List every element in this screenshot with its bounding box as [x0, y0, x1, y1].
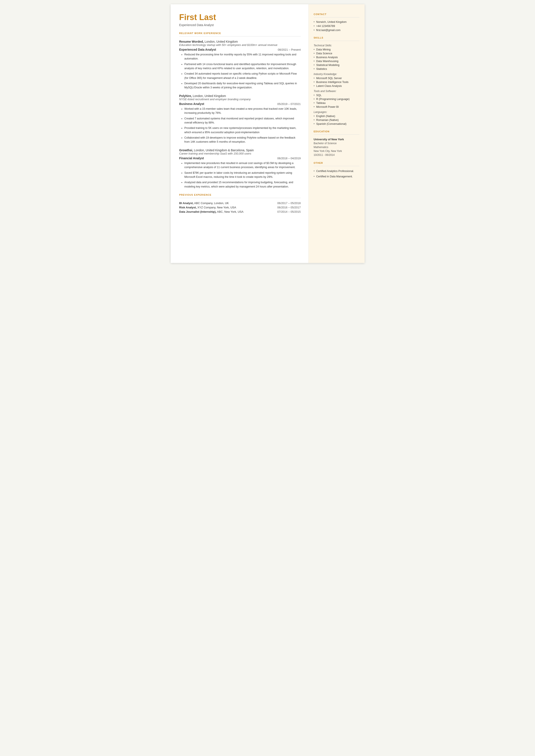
contact-divider — [314, 17, 359, 17]
job-dates-1: 08/2021 – Present — [278, 48, 300, 51]
prev-exp-bold-1: BI Analyst, — [179, 202, 194, 205]
bullet-1-1: Reduced the processing time for monthly … — [182, 53, 301, 61]
contact-section-title: CONTACT — [314, 13, 359, 15]
job-row-2: Business Analyst 05/2019 – 07/2021 — [179, 102, 301, 106]
skill-1-2: Data Science — [314, 52, 359, 55]
prev-exp-rest-2: XYZ Company, New York, USA — [197, 206, 236, 209]
prev-exp-info-1: BI Analyst, ABC Company, London, UK — [179, 202, 229, 205]
skill-3-2: R (Programming Language) — [314, 98, 359, 101]
company-rest-1: London, United Kingdom — [204, 40, 238, 43]
bullet-list-1: Reduced the processing time for monthly … — [179, 53, 301, 90]
skill-4-2: Romanian (Native) — [314, 119, 359, 122]
edu-dates-1: 10/2011 - 06/2014 — [314, 153, 359, 157]
job-dates-3: 06/2018 – 04/2019 — [277, 157, 300, 160]
skill-2-3: Latent Class Analysis — [314, 84, 359, 88]
bullet-1-2: Partnered with 14 cross-functional teams… — [182, 62, 301, 71]
company-tagline-3: Career training and membership SaaS with… — [179, 152, 301, 155]
job-title-1: Experienced Data Analyst — [179, 48, 216, 51]
prev-exp-bold-3: Data Journalist (Internship), — [179, 210, 216, 213]
contact-item-3: first.last@gmail.com — [314, 29, 359, 32]
company-rest-2: London, United Kingdom — [192, 94, 226, 98]
edu-field-1: Mathematics — [314, 145, 359, 149]
skill-2-1: Microsoft SQL Server — [314, 77, 359, 80]
job-row-1: Experienced Data Analyst 08/2021 – Prese… — [179, 48, 301, 51]
job-block-1: Resume Worded, London, United Kingdom Ed… — [179, 40, 301, 90]
job-dates-2: 05/2019 – 07/2021 — [277, 102, 300, 106]
skill-3-3: Tableau — [314, 101, 359, 104]
skills-list-2: Microsoft SQL Server Business Intelligen… — [314, 77, 359, 88]
contact-list: Norwich, United Kingdom +44 123456789 fi… — [314, 20, 359, 32]
company-name-3: Growthsi, London, United Kingdom & Barce… — [179, 149, 301, 152]
company-name-1: Resume Worded, London, United Kingdom — [179, 40, 301, 43]
bullet-2-1: Worked with a 15-member sales team that … — [182, 107, 301, 115]
company-bold-1: Resume Worded, — [179, 40, 204, 43]
skill-3-1: SQL — [314, 94, 359, 97]
education-section-title: EDUCATION — [314, 130, 359, 133]
prev-exp-rest-text-1: ABC Company, London, UK — [193, 202, 229, 205]
bullet-3-3: Analyzed data and provided 15 recommenda… — [182, 181, 301, 189]
other-section-title: OTHER — [314, 162, 359, 164]
skills-list-1: Data Mining Data Science Business Analys… — [314, 48, 359, 70]
skill-1-6: Statistics — [314, 68, 359, 70]
prev-exp-dates-1: 06/2017 – 05/2018 — [277, 202, 300, 205]
left-column: First Last Experienced Data Analyst RELE… — [171, 4, 309, 263]
prev-exp-dates-2: 06/2016 – 05/2017 — [277, 206, 300, 209]
company-bold-3: Growthsi, — [179, 149, 193, 152]
skill-4-1: English (Native) — [314, 115, 359, 118]
prev-exp-info-3: Data Journalist (Internship), ABC, New Y… — [179, 210, 243, 213]
edu-location-1: New York City, New York — [314, 149, 359, 153]
skill-2-2: Business Intelligence Tools — [314, 81, 359, 84]
bullet-list-2: Worked with a 15-member sales team that … — [179, 107, 301, 144]
job-row-3: Financial Analyst 06/2018 – 04/2019 — [179, 156, 301, 160]
edu-block-1: University of New York Bachelor of Scien… — [314, 138, 359, 157]
bullet-2-4: Collaborated with 19 developers to impro… — [182, 136, 301, 144]
edu-degree-1: Bachelor of Science — [314, 141, 359, 145]
bullet-2-3: Provided training to 5K users on new sys… — [182, 126, 301, 134]
skill-4-3: Spanish (Conversational) — [314, 123, 359, 126]
company-name-2: Polyhire, London, United Kingdom — [179, 94, 301, 98]
skill-3-4: Microsoft Power BI — [314, 105, 359, 108]
prev-exp-bold-2: Risk Analyst, — [179, 206, 197, 209]
bullet-1-3: Created 34 automated reports based on sp… — [182, 72, 301, 80]
candidate-name: First Last — [179, 13, 301, 22]
other-item-1: Certified Analytics Professional. — [314, 169, 359, 173]
skills-section-title: SKILLS — [314, 37, 359, 39]
relevant-work-section-title: RELEVANT WORK EXPERIENCE — [179, 32, 301, 35]
company-bold-2: Polyhire, — [179, 94, 192, 98]
resume-container: First Last Experienced Data Analyst RELE… — [171, 4, 365, 263]
bullet-2-2: Created 7 automated systems that monitor… — [182, 117, 301, 125]
job-title-2: Business Analyst — [179, 102, 204, 106]
education-divider — [314, 134, 359, 135]
skills-list-3: SQL R (Programming Language) Tableau Mic… — [314, 94, 359, 108]
company-tagline-2: NYSE-listed recruitment and employer bra… — [179, 98, 301, 101]
skills-cat-4: Languages: — [314, 111, 359, 114]
prev-exp-info-2: Risk Analyst, XYZ Company, New York, USA — [179, 206, 236, 209]
prev-exp-row-3: Data Journalist (Internship), ABC, New Y… — [179, 210, 301, 213]
prev-exp-row-1: BI Analyst, ABC Company, London, UK 06/2… — [179, 202, 301, 205]
previous-exp-section-title: PREVIOUS EXPERIENCE — [179, 193, 301, 196]
job-block-3: Growthsi, London, United Kingdom & Barce… — [179, 149, 301, 189]
bullet-list-3: Implemented new procedures that resulted… — [179, 161, 301, 189]
prev-exp-rest-1: ABC Company, London, UK — [193, 202, 229, 205]
skill-1-1: Data Mining — [314, 48, 359, 51]
edu-university-1: University of New York — [314, 138, 359, 141]
skill-1-5: Statistical Modeling — [314, 64, 359, 67]
candidate-subtitle: Experienced Data Analyst — [179, 23, 301, 27]
job-title-3: Financial Analyst — [179, 156, 204, 160]
contact-item-1: Norwich, United Kingdom — [314, 20, 359, 23]
prev-exp-dates-3: 07/2014 – 05/2015 — [277, 210, 300, 213]
bullet-1-4: Developed 20 dashboards daily for execut… — [182, 81, 301, 90]
right-column: CONTACT Norwich, United Kingdom +44 1234… — [309, 4, 365, 263]
job-block-2: Polyhire, London, United Kingdom NYSE-li… — [179, 94, 301, 144]
prev-exp-rest-3: ABC, New York, USA — [216, 210, 243, 213]
bullet-3-1: Implemented new procedures that resulted… — [182, 161, 301, 170]
company-rest-3: London, United Kingdom & Barcelona, Spai… — [193, 149, 254, 152]
skill-1-4: Data Warehousing — [314, 60, 359, 63]
skills-list-4: English (Native) Romanian (Native) Spani… — [314, 115, 359, 126]
company-tagline-1: Education technology startup with 50+ em… — [179, 43, 301, 46]
skills-cat-3: Tools and Software: — [314, 90, 359, 93]
prev-exp-row-2: Risk Analyst, XYZ Company, New York, USA… — [179, 206, 301, 209]
skills-cat-2: Industry Knowledge: — [314, 72, 359, 76]
bullet-3-2: Saved $78K per quarter in labor costs by… — [182, 171, 301, 179]
relevant-work-divider — [179, 36, 301, 37]
